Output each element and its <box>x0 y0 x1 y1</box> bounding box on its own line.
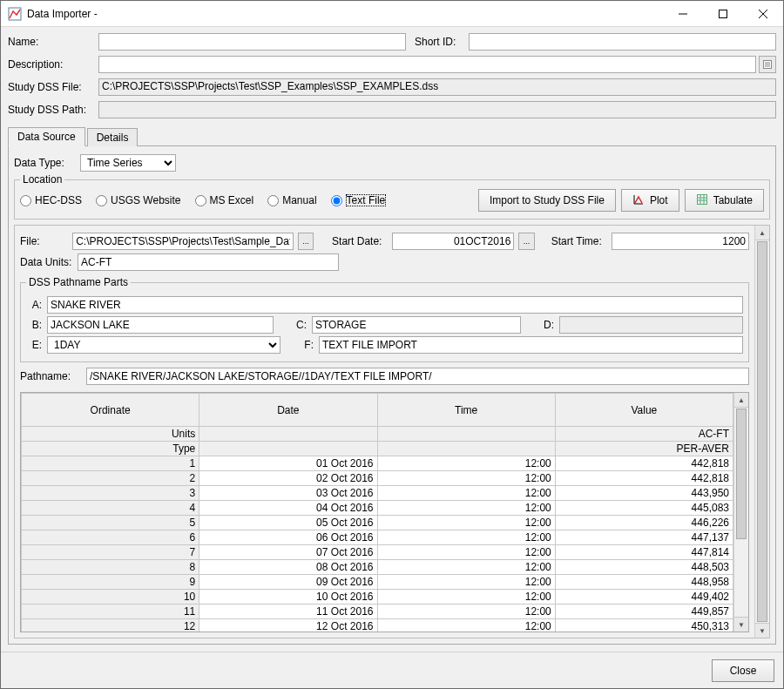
tabulate-button[interactable]: Tabulate <box>685 189 764 212</box>
panel-scrollbar[interactable]: ▲ ▼ <box>754 226 769 638</box>
table-cell[interactable]: 12:00 <box>377 501 555 516</box>
close-window-button[interactable] <box>743 1 783 27</box>
start-date-picker-button[interactable]: ... <box>518 233 534 250</box>
minimize-button[interactable] <box>663 1 703 27</box>
table-cell[interactable]: 447,814 <box>555 545 733 560</box>
plot-button[interactable]: Plot <box>621 189 679 212</box>
table-cell[interactable]: 12:00 <box>377 471 555 486</box>
table-cell[interactable]: 09 Oct 2016 <box>199 575 377 590</box>
part-f-field[interactable] <box>319 336 743 354</box>
short-id-field[interactable] <box>469 33 776 51</box>
table-cell[interactable]: 7 <box>22 545 199 560</box>
data-units-field[interactable] <box>78 253 339 271</box>
part-a-label: A: <box>26 299 42 311</box>
table-cell[interactable]: Type <box>22 442 199 456</box>
description-browse-button[interactable] <box>759 56 776 73</box>
table-cell[interactable]: 450,313 <box>555 619 733 632</box>
table-cell[interactable]: 08 Oct 2016 <box>199 560 377 575</box>
radio-text-file[interactable]: Text File <box>331 194 387 206</box>
table-cell[interactable]: 12:00 <box>377 560 555 575</box>
table-cell[interactable]: 12:00 <box>377 545 555 560</box>
maximize-button[interactable] <box>703 1 743 27</box>
table-cell[interactable]: 10 Oct 2016 <box>199 590 377 605</box>
table-cell[interactable]: 01 Oct 2016 <box>199 456 377 471</box>
table-cell[interactable]: 12:00 <box>377 590 555 605</box>
scroll-thumb[interactable] <box>736 409 747 539</box>
table-cell[interactable]: 10 <box>22 590 199 605</box>
scroll-up-icon[interactable]: ▲ <box>734 393 748 408</box>
start-time-field[interactable] <box>612 233 749 250</box>
table-cell[interactable]: 4 <box>22 501 199 516</box>
pathname-field[interactable] <box>86 368 749 385</box>
radio-hec-dss[interactable]: HEC-DSS <box>20 194 82 206</box>
table-cell[interactable]: 3 <box>22 486 199 501</box>
table-cell[interactable]: 449,402 <box>555 590 733 605</box>
part-a-field[interactable] <box>47 296 743 314</box>
table-cell[interactable]: 448,503 <box>555 560 733 575</box>
radio-manual[interactable]: Manual <box>267 194 316 206</box>
table-cell[interactable]: 02 Oct 2016 <box>199 471 377 486</box>
table-scrollbar[interactable]: ▲ ▼ <box>733 393 748 632</box>
table-cell[interactable] <box>377 442 555 456</box>
part-e-select[interactable]: 1DAY <box>47 336 280 354</box>
col-ordinate[interactable]: Ordinate <box>22 394 199 427</box>
col-time[interactable]: Time <box>377 394 555 427</box>
table-cell[interactable]: PER-AVER <box>555 442 733 456</box>
table-cell[interactable]: 12:00 <box>377 575 555 590</box>
table-cell[interactable]: 443,950 <box>555 486 733 501</box>
table-cell[interactable]: 1 <box>22 456 199 471</box>
col-value[interactable]: Value <box>555 394 733 427</box>
table-cell[interactable]: 2 <box>22 471 199 486</box>
part-c-field[interactable] <box>312 316 521 334</box>
table-cell[interactable]: 447,137 <box>555 530 733 545</box>
table-cell[interactable] <box>377 427 555 442</box>
table-cell[interactable]: 8 <box>22 560 199 575</box>
scroll-down-icon[interactable]: ▼ <box>734 617 748 632</box>
table-cell[interactable]: 07 Oct 2016 <box>199 545 377 560</box>
table-cell[interactable]: 11 <box>22 605 199 619</box>
name-field[interactable] <box>98 33 406 51</box>
radio-ms-excel[interactable]: MS Excel <box>195 194 254 206</box>
table-cell[interactable]: 5 <box>22 516 199 530</box>
table-cell[interactable]: 12:00 <box>377 516 555 530</box>
table-cell[interactable]: 6 <box>22 530 199 545</box>
table-cell[interactable]: 449,857 <box>555 605 733 619</box>
scroll-up-icon[interactable]: ▲ <box>755 226 769 240</box>
table-cell[interactable]: 11 Oct 2016 <box>199 605 377 619</box>
file-field[interactable] <box>72 233 294 250</box>
data-type-select[interactable]: Time Series <box>80 154 176 172</box>
radio-usgs[interactable]: USGS Website <box>96 194 180 206</box>
table-cell[interactable]: 12:00 <box>377 619 555 632</box>
table-cell[interactable]: 05 Oct 2016 <box>199 516 377 530</box>
table-cell[interactable]: 03 Oct 2016 <box>199 486 377 501</box>
table-cell[interactable]: 446,226 <box>555 516 733 530</box>
tab-details[interactable]: Details <box>87 128 139 146</box>
table-cell[interactable]: 448,958 <box>555 575 733 590</box>
table-cell[interactable]: 12:00 <box>377 486 555 501</box>
scroll-down-icon[interactable]: ▼ <box>755 623 769 638</box>
tab-data-source[interactable]: Data Source <box>8 127 85 146</box>
table-cell[interactable]: Units <box>22 427 199 442</box>
start-date-field[interactable] <box>392 233 514 250</box>
file-browse-button[interactable]: ... <box>298 233 314 250</box>
table-cell[interactable]: 04 Oct 2016 <box>199 501 377 516</box>
table-cell[interactable] <box>199 427 377 442</box>
table-cell[interactable]: 12:00 <box>377 456 555 471</box>
table-cell[interactable]: AC-FT <box>555 427 733 442</box>
table-cell[interactable] <box>199 442 377 456</box>
close-button[interactable]: Close <box>712 659 774 682</box>
table-cell[interactable]: 12:00 <box>377 605 555 619</box>
table-cell[interactable]: 06 Oct 2016 <box>199 530 377 545</box>
table-cell[interactable]: 12:00 <box>377 530 555 545</box>
part-b-field[interactable] <box>47 316 274 334</box>
table-cell[interactable]: 442,818 <box>555 456 733 471</box>
table-cell[interactable]: 442,818 <box>555 471 733 486</box>
scroll-thumb[interactable] <box>757 241 767 622</box>
table-cell[interactable]: 12 <box>22 619 199 632</box>
table-cell[interactable]: 445,083 <box>555 501 733 516</box>
description-field[interactable] <box>98 56 756 73</box>
table-cell[interactable]: 12 Oct 2016 <box>199 619 377 632</box>
col-date[interactable]: Date <box>199 394 377 427</box>
table-cell[interactable]: 9 <box>22 575 199 590</box>
import-button[interactable]: Import to Study DSS File <box>478 189 616 212</box>
